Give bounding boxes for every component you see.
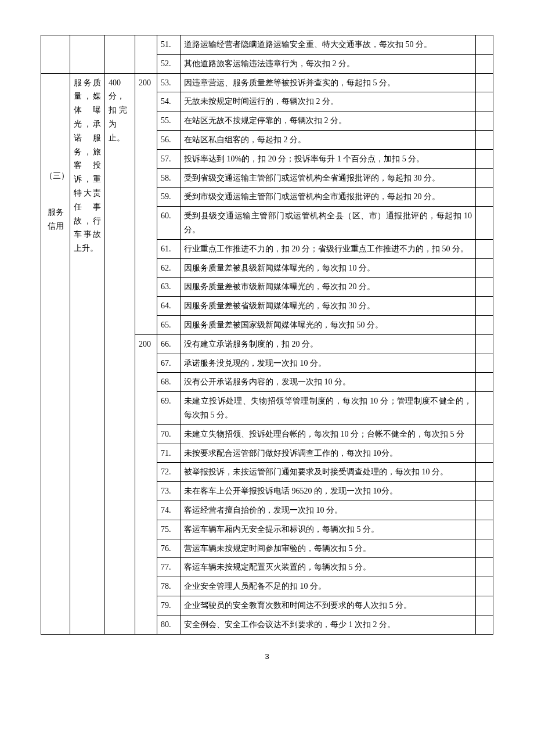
row-number: 60. (157, 207, 181, 240)
row-note (476, 373, 493, 392)
row-content: 安全例会、安全工作会议达不到要求的，每少 1 次扣 2 分。 (181, 615, 476, 634)
desc-cell-empty (70, 35, 105, 74)
table-row: （三）服务信用服务质量，媒体曝光，承诺服务，旅客投诉，重特大责 任事故，行车事故… (41, 73, 493, 92)
row-content: 受到市级交通运输主管部门或运管机构全市通报批评的，每起扣 20 分。 (181, 188, 476, 207)
row-number: 66. (157, 334, 181, 354)
row-content: 其他道路旅客运输违法违章行为，每次扣 2 分。 (181, 54, 476, 73)
row-note (476, 73, 493, 92)
subscore-cell-2: 200 (135, 334, 157, 634)
row-content: 没有公开承诺服务内容的，发现一次扣 10 分。 (181, 373, 476, 392)
row-note (476, 482, 493, 501)
row-content: 在站区无故不按规定停靠的，每辆次扣 2 分。 (181, 111, 476, 131)
score-total-cell: 400 分，扣 完为止。 (105, 73, 135, 634)
row-note (476, 577, 493, 596)
row-number: 55. (157, 111, 181, 131)
row-note (476, 501, 493, 520)
row-number: 65. (157, 315, 181, 334)
row-note (476, 444, 493, 463)
row-number: 64. (157, 297, 181, 316)
scoring-table: 51.道路运输经营者隐瞒道路运输安全重、特大交通事故，每次扣 50 分。52.其… (41, 35, 493, 635)
row-note (476, 207, 493, 240)
row-content: 因违章营运、服务质量差等被投诉并查实的，每起扣 5 分。 (181, 73, 476, 92)
row-content: 未在客车上公开举报投诉电话 96520 的，发现一次扣 10分。 (181, 482, 476, 501)
page-number: 3 (41, 652, 493, 661)
row-content: 受到县级交通运输主管部门或运管机构全县（区、市）通报批评的，每起扣 10 分。 (181, 207, 476, 240)
section-cell: （三）服务信用 (41, 73, 70, 634)
row-number: 54. (157, 92, 181, 111)
row-note (476, 520, 493, 539)
row-note (476, 54, 493, 73)
row-content: 企业驾驶员的安全教育次数和时间达不到要求的每人次扣 5 分。 (181, 596, 476, 615)
row-note (476, 35, 493, 55)
row-note (476, 334, 493, 354)
row-note (476, 315, 493, 334)
row-number: 62. (157, 258, 181, 278)
row-note (476, 258, 493, 278)
row-note (476, 278, 493, 297)
row-note (476, 188, 493, 207)
table-row: 51.道路运输经营者隐瞒道路运输安全重、特大交通事故，每次扣 50 分。 (41, 35, 493, 55)
row-number: 59. (157, 188, 181, 207)
row-number: 68. (157, 373, 181, 392)
row-number: 70. (157, 424, 181, 444)
row-content: 客运经营者擅自抬价的，发现一次扣 10 分。 (181, 501, 476, 520)
row-number: 52. (157, 54, 181, 73)
row-note (476, 539, 493, 558)
subscore-cell-1: 200 (135, 73, 157, 334)
row-content: 客运车辆车厢内无安全提示和标识的，每辆次扣 5 分。 (181, 520, 476, 539)
row-content: 行业重点工作推进不力的，扣 20 分；省级行业重点工作推进不力的，扣 50 分。 (181, 239, 476, 258)
row-content: 被举报投诉，未按运管部门通知要求及时接受调查处理的，每次扣 10 分。 (181, 463, 476, 482)
row-content: 因服务质量差被省级新闻媒体曝光的，每次扣 30 分。 (181, 297, 476, 316)
row-number: 79. (157, 596, 181, 615)
row-content: 企业安全管理人员配备不足的扣 10 分。 (181, 577, 476, 596)
row-content: 营运车辆未按规定时间参加审验的，每辆次扣 5 分。 (181, 539, 476, 558)
row-number: 80. (157, 615, 181, 634)
row-note (476, 615, 493, 634)
row-content: 客运车辆未按规定配置灭火装置的，每辆次扣 5 分。 (181, 558, 476, 577)
row-content: 未按要求配合运管部门做好投诉调查工作的，每次扣 10分。 (181, 444, 476, 463)
row-content: 受到省级交通运输主管部门或运管机构全省通报批评的，每起扣 30 分。 (181, 168, 476, 188)
desc-cell: 服务质量，媒体曝光，承诺服务，旅客投诉，重特大责 任事故，行车事故上升。 (70, 73, 105, 634)
row-content: 因服务质量差被市级新闻媒体曝光的，每次扣 20 分。 (181, 278, 476, 297)
row-number: 51. (157, 35, 181, 55)
row-number: 53. (157, 73, 181, 92)
row-note (476, 168, 493, 188)
row-content: 没有建立承诺服务制度的，扣 20 分。 (181, 334, 476, 354)
row-note (476, 297, 493, 316)
row-number: 76. (157, 539, 181, 558)
row-content: 未建立失物招领、投诉处理台帐的，每次扣 10 分；台帐不健全的，每次扣 5 分 (181, 424, 476, 444)
row-note (476, 92, 493, 111)
row-number: 67. (157, 354, 181, 373)
row-content: 承诺服务没兑现的，发现一次扣 10 分。 (181, 354, 476, 373)
row-content: 因服务质量差被县级新闻媒体曝光的，每次扣 10 分。 (181, 258, 476, 278)
row-number: 77. (157, 558, 181, 577)
row-number: 57. (157, 149, 181, 168)
row-note (476, 130, 493, 149)
row-number: 63. (157, 278, 181, 297)
row-number: 58. (157, 168, 181, 188)
row-note (476, 424, 493, 444)
section-cell-empty (41, 35, 70, 74)
row-number: 71. (157, 444, 181, 463)
row-number: 75. (157, 520, 181, 539)
row-content: 无故未按规定时间运行的，每辆次扣 2 分。 (181, 92, 476, 111)
row-note (476, 239, 493, 258)
row-note (476, 149, 493, 168)
row-content: 在站区私自组客的，每起扣 2 分。 (181, 130, 476, 149)
row-number: 73. (157, 482, 181, 501)
row-number: 72. (157, 463, 181, 482)
row-number: 56. (157, 130, 181, 149)
row-note (476, 392, 493, 425)
score-cell-empty (105, 35, 135, 74)
row-content: 因服务质量差被国家级新闻媒体曝光的，每次扣 50 分。 (181, 315, 476, 334)
row-note (476, 558, 493, 577)
row-note (476, 596, 493, 615)
row-note (476, 111, 493, 131)
row-number: 61. (157, 239, 181, 258)
row-number: 74. (157, 501, 181, 520)
row-note (476, 354, 493, 373)
row-number: 69. (157, 392, 181, 425)
row-content: 未建立投诉处理、失物招领等管理制度的，每次扣 10 分；管理制度不健全的，每次扣… (181, 392, 476, 425)
row-note (476, 463, 493, 482)
row-content: 投诉率达到 10%的，扣 20 分；投诉率每升 1 个百分点，加扣 5 分。 (181, 149, 476, 168)
